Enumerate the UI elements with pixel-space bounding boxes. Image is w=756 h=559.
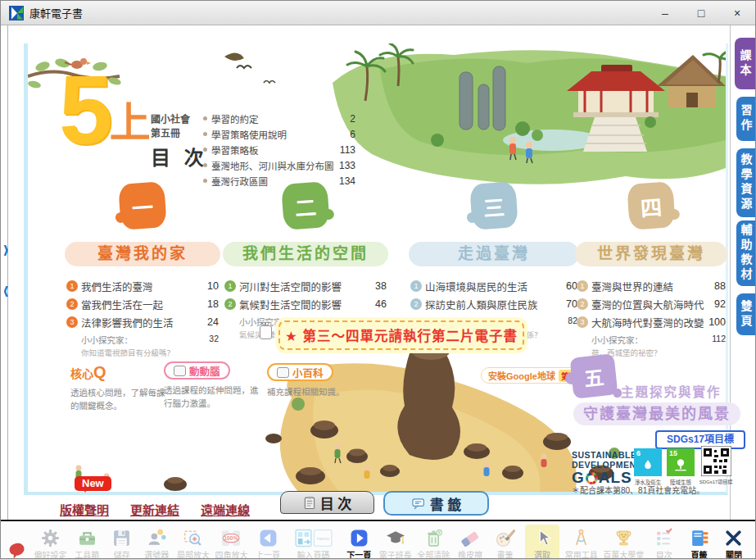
side-tab-textbook[interactable]: 課本 [735, 38, 755, 89]
unit-1-column: 一 臺灣我的家 1我們生活的臺灣10 2當我們生活在一起18 3法律影響我們的生… [65, 183, 220, 358]
toc-item[interactable]: 1臺灣與世界的連結88 [577, 277, 726, 295]
number-picker-button[interactable]: 選號器 [142, 525, 171, 559]
unit-2-icon: 二 [281, 181, 330, 230]
copyright-link[interactable]: 版權聲明 [60, 501, 109, 518]
front-matter-row[interactable]: 學習策略使用說明6 [203, 126, 355, 142]
svg-text:menu: menu [316, 535, 329, 541]
unit-1-icon: 一 [118, 181, 167, 230]
bookmark-tab-label: 書 籤 [430, 493, 462, 514]
toc-item[interactable]: 3法律影響我們的生活24 [66, 313, 219, 331]
unit-numeral: 三 [482, 190, 506, 222]
corner-zoom-icon: 100% [220, 528, 242, 548]
bottom-toolbar: 偏好設定 工具箱 儲存 選號器 局部放大 100% 四角放大 上一頁 menu [1, 520, 755, 559]
explorer-row[interactable]: 小小探究家：112 [577, 334, 726, 346]
bookmark-tab[interactable]: 書 籤 [383, 491, 489, 516]
select-button[interactable]: 選取 [525, 525, 559, 559]
bookmark-chat-icon [411, 497, 426, 511]
page-forward-arrow[interactable]: › [3, 234, 8, 264]
toc-item[interactable]: 2當我們生活在一起18 [66, 295, 219, 313]
unit-4-title[interactable]: 世界發現臺灣 [575, 242, 727, 266]
region-zoom-button[interactable]: 局部放大 [177, 525, 210, 559]
eraser-button[interactable]: 橡皮擦 [455, 525, 485, 559]
corner-zoom-button[interactable]: 100% 四角放大 [215, 525, 247, 559]
front-matter-row[interactable]: 學習的約定2 [203, 111, 355, 126]
bullet-icon [203, 148, 207, 152]
common-tools-button[interactable]: 常用工具 [565, 525, 598, 559]
preferences-button[interactable]: 偏好設定 [34, 525, 67, 559]
explorer-row[interactable]: 小小探究家：32 [66, 334, 219, 346]
unit-5-subtitle: 主題探究與實作 [621, 382, 722, 400]
close-button[interactable]: × [719, 1, 755, 25]
page-back-arrow[interactable]: ‹ [3, 275, 8, 305]
grade-number: 5 [59, 71, 113, 148]
legend-core-q: 核心Q 透過核心問題，了解每課的關鍵概念。 [70, 363, 169, 413]
toc-item[interactable]: 2臺灣的位置與大航海時代92 [577, 295, 726, 313]
explorer-question: 你知道電視節目有分級嗎？ [66, 347, 219, 358]
app-window: 康軒電子書 – □ × [0, 0, 756, 559]
frame-line-left [7, 25, 8, 520]
unit-numeral: 四 [640, 190, 663, 222]
unit-5-icon: 五 [570, 353, 618, 398]
legend-core-q-letter: Q [93, 363, 106, 381]
number-picker-icon [147, 528, 167, 548]
side-tab-supplementary[interactable]: 輔助教材 [736, 220, 755, 286]
toolbox-icon [77, 528, 97, 548]
toc-item[interactable]: 3大航海時代對臺灣的改變100 [577, 313, 726, 331]
next-page-icon [349, 528, 369, 548]
sdgs-17-goals-button[interactable]: SDGs17項目標 [655, 430, 745, 449]
eraser-icon [459, 528, 480, 548]
toolbox-button[interactable]: 工具箱 [72, 525, 102, 559]
toc-item[interactable]: 1河川對生活空間的影響38 [224, 277, 387, 295]
clear-all-button[interactable]: 全部清除 [417, 525, 450, 559]
side-tab-teaching-resources[interactable]: 教學資源 [736, 148, 755, 217]
book-page: 5 上 國小社會 第五冊 目 次 學習的約定2 學習策略使用說明6 學習策略板1… [24, 43, 728, 495]
close-x-icon [723, 528, 744, 548]
legend-core-title: 核心 [70, 367, 93, 380]
unit-numeral: 二 [294, 190, 318, 222]
page-number-input-button[interactable]: menu 輸入頁碼 [288, 525, 339, 559]
side-tab-two-page[interactable]: 雙頁 [736, 293, 755, 335]
toc-item[interactable]: 1山海環境與居民的生活60 [410, 277, 577, 295]
side-tab-workbook[interactable]: 習作 [736, 97, 755, 141]
update-link[interactable]: 更新連結 [130, 501, 179, 518]
stamp-button[interactable] [6, 525, 29, 559]
close-app-button[interactable]: 關閉 [719, 525, 749, 559]
maximize-button[interactable]: □ [683, 1, 719, 25]
previous-page-button[interactable]: 上一頁 [253, 525, 283, 559]
sdgs-note: ＊配合課本第80、81頁社會充電站。 [572, 484, 704, 496]
subject-block: 國小社會 第五冊 目 次 [151, 113, 208, 171]
graduation-cap-icon [385, 528, 406, 548]
front-matter-list: 學習的約定2 學習策略使用說明6 學習策略板113 臺灣地形、河川與水庫分布圖1… [203, 111, 355, 189]
front-label: 學習策略使用說明 [211, 128, 287, 141]
unit-4-icon: 四 [627, 181, 676, 230]
google-earth-label: 安裝Google地球 [488, 369, 555, 382]
unit-numeral: 一 [131, 190, 155, 222]
main-content: 5 上 國小社會 第五冊 目 次 學習的約定2 學習策略使用說明6 學習策略板1… [1, 25, 755, 520]
red-chat-icon [7, 541, 27, 559]
toc-item[interactable]: 2探訪史前人類與原住民族70 [410, 295, 577, 313]
minimize-button[interactable]: – [647, 1, 683, 25]
toc-tab[interactable]: 目 次 [280, 491, 374, 514]
toc-button[interactable]: 目次 [650, 525, 679, 559]
unit-3-title[interactable]: 走過臺灣 [409, 242, 579, 266]
unit-1-title[interactable]: 臺灣我的家 [65, 242, 220, 266]
e-monitor-button[interactable]: 電子班長 [379, 525, 412, 559]
unit-2-title[interactable]: 我們生活的空間 [223, 242, 388, 266]
front-matter-row[interactable]: 學習策略板113 [203, 142, 355, 157]
front-matter-row[interactable]: 臺灣地形、河川與水庫分布圖133 [203, 157, 355, 173]
toc-item[interactable]: 1我們生活的臺灣10 [66, 277, 219, 295]
unit-5-title[interactable]: 守護臺灣最美的風景 [573, 402, 740, 425]
app-logo-icon [9, 6, 24, 20]
page-tabs-button[interactable]: 頁籤 [684, 525, 713, 559]
trophy-icon [613, 528, 634, 548]
remote-link[interactable]: 遠端連線 [201, 501, 250, 518]
next-page-button[interactable]: 下一頁 [344, 525, 373, 559]
million-school-button[interactable]: 百萬大學堂 [603, 525, 644, 559]
robot-icon [174, 366, 186, 376]
unit-2-column: 二 我們生活的空間 1河川對生活空間的影響38 2氣候對生活空間的影響46 小小… [223, 183, 388, 340]
paint-brush-button[interactable]: 畫筆 [491, 525, 520, 559]
bullet-icon [203, 132, 207, 136]
toc-item[interactable]: 2氣候對生活空間的影響46 [224, 295, 387, 313]
save-button[interactable]: 儲存 [107, 525, 137, 559]
disc-notice-banner: ★ 第三～四單元請執行第二片電子書 [278, 320, 524, 350]
